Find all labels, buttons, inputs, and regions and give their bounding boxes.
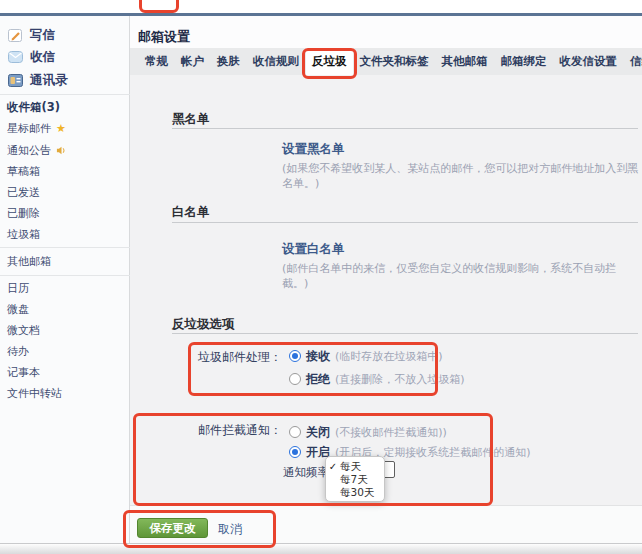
radio-on[interactable]	[289, 446, 301, 458]
sidebar-item-notebook[interactable]: 记事本	[7, 362, 40, 382]
spam-handling-label: 垃圾邮件处理：	[198, 349, 282, 366]
sidebar-divider	[0, 275, 130, 276]
sidebar-contacts-label: 通讯录	[30, 72, 68, 89]
whitelist-description: (邮件白名单中的来信，仅受您自定义的收信规则影响，系统不自动拦截。)	[282, 261, 642, 291]
section-divider	[172, 333, 638, 334]
window-footer-bar	[0, 543, 642, 554]
sidebar-item-announcements[interactable]: 通知公告	[7, 140, 67, 160]
sidebar-item-starred[interactable]: 星标邮件 ★	[7, 118, 66, 138]
radio-accept-desc: (临时存放在垃圾箱中)	[335, 349, 443, 364]
section-divider	[172, 128, 638, 129]
blacklist-description: (如果您不希望收到某人、某站点的邮件，您可以把对方邮件地址加入到黑名单。)	[282, 161, 642, 191]
sidebar-other-mailboxes-label: 其他邮箱	[7, 254, 51, 269]
speaker-icon	[56, 145, 67, 156]
tab-send-receive-settings[interactable]: 收发信设置	[553, 48, 624, 75]
sidebar-weipan-label: 微盘	[7, 302, 29, 317]
tab-antispam[interactable]: 反垃圾	[306, 48, 354, 75]
sidebar-weidoc-label: 微文档	[7, 323, 40, 338]
antispam-options-heading: 反垃圾选项	[172, 316, 235, 333]
radio-off[interactable]	[289, 426, 301, 438]
tab-antispam-label: 反垃圾	[312, 54, 347, 68]
sidebar-item-compose[interactable]: 写信	[8, 25, 55, 45]
tab-folders-labels[interactable]: 文件夹和标签	[353, 48, 435, 75]
intercept-notice-label: 邮件拦截通知：	[198, 422, 282, 439]
section-divider	[172, 222, 638, 223]
tab-skin[interactable]: 换肤	[211, 48, 247, 75]
tab-account[interactable]: 帐户	[175, 48, 211, 75]
sidebar-sent-label: 已发送	[7, 185, 40, 200]
radio-option-reject[interactable]: 拒绝 (直接删除，不放入垃圾箱)	[289, 372, 465, 386]
sidebar-deleted-label: 已删除	[7, 206, 40, 221]
sidebar-file-transfer-label: 文件中转站	[7, 386, 62, 401]
dropdown-item-7days[interactable]: 每7天	[326, 473, 384, 486]
sidebar-item-other-mailboxes[interactable]: 其他邮箱	[7, 251, 51, 271]
sidebar-item-inbox[interactable]: 收件箱(3)	[7, 97, 60, 117]
tab-stationery[interactable]: 信纸	[624, 48, 642, 75]
sidebar-announcements-label: 通知公告	[7, 143, 51, 158]
sidebar-item-file-transfer[interactable]: 文件中转站	[7, 383, 62, 403]
sidebar-starred-label: 星标邮件	[7, 121, 51, 136]
set-whitelist-link[interactable]: 设置白名单	[282, 241, 345, 258]
sidebar-item-weipan[interactable]: 微盘	[7, 299, 29, 319]
radio-option-accept[interactable]: 接收 (临时存放在垃圾箱中)	[289, 349, 443, 363]
cancel-link[interactable]: 取消	[218, 521, 242, 538]
radio-reject-name: 拒绝	[306, 371, 330, 388]
sidebar-item-todo[interactable]: 待办	[7, 341, 29, 361]
frequency-dropdown: ✓ 每天 每7天 每30天	[325, 456, 385, 502]
sidebar-notebook-label: 记事本	[7, 365, 40, 380]
settings-tabbar: 常规 帐户 换肤 收信规则 反垃圾 文件夹和标签 其他邮箱 邮箱绑定 收发信设置…	[130, 48, 642, 75]
whitelist-heading: 白名单	[172, 204, 210, 221]
set-blacklist-link[interactable]: 设置黑名单	[282, 141, 345, 158]
radio-reject-desc: (直接删除，不放入垃圾箱)	[335, 372, 465, 387]
dropdown-item-30days-label: 每30天	[340, 486, 374, 500]
sidebar-trash-label: 垃圾箱	[7, 227, 40, 242]
sidebar: 写信 收信 通讯录 收件箱(3) 星标邮件 ★ 通知公告 草稿箱 已发送 已删	[0, 16, 130, 543]
sidebar-item-contacts[interactable]: 通讯录	[8, 70, 68, 90]
blacklist-heading: 黑名单	[172, 111, 210, 128]
sidebar-item-sent[interactable]: 已发送	[7, 182, 40, 202]
title-row: 邮箱设置	[130, 16, 642, 48]
sidebar-item-deleted[interactable]: 已删除	[7, 203, 40, 223]
sidebar-calendar-label: 日历	[7, 281, 29, 296]
annotation-box-top	[139, 0, 179, 13]
sidebar-item-calendar[interactable]: 日历	[7, 278, 29, 298]
sidebar-item-trash[interactable]: 垃圾箱	[7, 224, 40, 244]
radio-off-desc: (不接收邮件拦截通知))	[335, 425, 447, 440]
check-icon: ✓	[326, 461, 340, 472]
tab-receive-rules[interactable]: 收信规则	[247, 48, 306, 75]
browser-top-strip	[0, 0, 642, 13]
radio-accept[interactable]	[289, 350, 301, 362]
sidebar-inbox-label: 收件箱(3)	[7, 100, 60, 115]
dropdown-item-daily-label: 每天	[340, 460, 361, 474]
sidebar-compose-label: 写信	[30, 27, 55, 44]
radio-option-off[interactable]: 关闭 (不接收邮件拦截通知))	[289, 425, 447, 439]
contacts-icon	[8, 74, 23, 87]
dropdown-item-30days[interactable]: 每30天	[326, 486, 384, 499]
tab-general[interactable]: 常规	[139, 48, 175, 75]
radio-off-name: 关闭	[306, 424, 330, 441]
tab-mailbox-binding[interactable]: 邮箱绑定	[494, 48, 553, 75]
tab-other-mailboxes[interactable]: 其他邮箱	[435, 48, 494, 75]
sidebar-item-drafts[interactable]: 草稿箱	[7, 161, 40, 181]
star-icon: ★	[56, 123, 66, 134]
sidebar-item-receive[interactable]: 收信	[8, 47, 55, 67]
envelope-icon	[8, 51, 23, 63]
radio-accept-name: 接收	[306, 348, 330, 365]
sidebar-receive-label: 收信	[30, 49, 55, 66]
mail-settings-window: 写信 收信 通讯录 收件箱(3) 星标邮件 ★ 通知公告 草稿箱 已发送 已删	[0, 0, 642, 554]
radio-reject[interactable]	[289, 373, 301, 385]
compose-icon	[8, 28, 23, 43]
dropdown-item-7days-label: 每7天	[340, 473, 368, 487]
sidebar-todo-label: 待办	[7, 344, 29, 359]
sidebar-divider	[0, 247, 130, 248]
dropdown-item-daily[interactable]: ✓ 每天	[326, 460, 384, 473]
sidebar-item-weidoc[interactable]: 微文档	[7, 320, 40, 340]
button-row: 保存更改 取消	[130, 505, 642, 543]
save-button[interactable]: 保存更改	[137, 518, 208, 538]
sidebar-drafts-label: 草稿箱	[7, 164, 40, 179]
main-panel: 邮箱设置 常规 帐户 换肤 收信规则 反垃圾 文件夹和标签 其他邮箱 邮箱绑定 …	[130, 16, 642, 554]
sidebar-divider	[0, 94, 130, 95]
page-title: 邮箱设置	[138, 28, 190, 46]
